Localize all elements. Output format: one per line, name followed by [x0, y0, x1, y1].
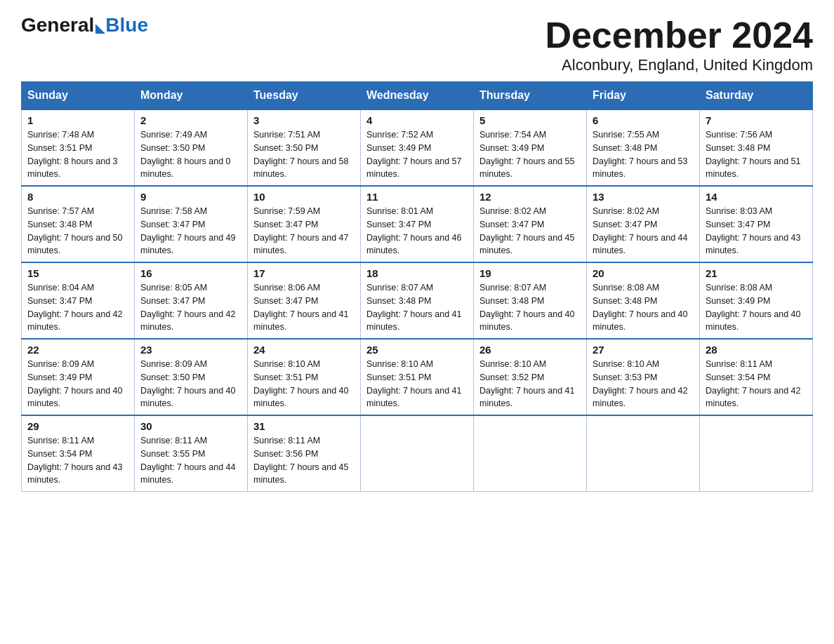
day-number: 4	[366, 114, 468, 126]
table-row: 15Sunrise: 8:04 AMSunset: 3:47 PMDayligh…	[22, 262, 135, 339]
title-block: December 2024 Alconbury, England, United…	[545, 14, 813, 74]
month-title: December 2024	[545, 14, 813, 56]
table-row: 13Sunrise: 8:02 AMSunset: 3:47 PMDayligh…	[587, 186, 700, 262]
logo-general-text: General	[21, 14, 94, 36]
day-info: Sunrise: 8:10 AMSunset: 3:52 PMDaylight:…	[479, 359, 575, 408]
logo-blue-text: Blue	[105, 14, 148, 36]
day-number: 5	[479, 114, 581, 126]
day-info: Sunrise: 8:02 AMSunset: 3:47 PMDaylight:…	[479, 206, 575, 255]
day-number: 3	[253, 114, 355, 126]
col-friday: Friday	[587, 82, 700, 110]
day-info: Sunrise: 8:09 AMSunset: 3:49 PMDaylight:…	[27, 359, 123, 408]
day-number: 12	[479, 191, 581, 203]
day-info: Sunrise: 8:11 AMSunset: 3:55 PMDaylight:…	[140, 436, 236, 485]
table-row: 16Sunrise: 8:05 AMSunset: 3:47 PMDayligh…	[135, 262, 248, 339]
day-info: Sunrise: 8:09 AMSunset: 3:50 PMDaylight:…	[140, 359, 236, 408]
table-row: 17Sunrise: 8:06 AMSunset: 3:47 PMDayligh…	[248, 262, 361, 339]
day-number: 22	[27, 344, 128, 356]
table-row	[700, 415, 813, 492]
table-row: 18Sunrise: 8:07 AMSunset: 3:48 PMDayligh…	[361, 262, 474, 339]
day-info: Sunrise: 8:05 AMSunset: 3:47 PMDaylight:…	[140, 283, 236, 332]
col-saturday: Saturday	[700, 82, 813, 110]
day-info: Sunrise: 8:03 AMSunset: 3:47 PMDaylight:…	[706, 206, 801, 255]
day-info: Sunrise: 7:49 AMSunset: 3:50 PMDaylight:…	[140, 130, 231, 179]
day-number: 11	[366, 191, 468, 203]
table-row: 24Sunrise: 8:10 AMSunset: 3:51 PMDayligh…	[248, 339, 361, 415]
day-number: 10	[253, 191, 355, 203]
table-row: 21Sunrise: 8:08 AMSunset: 3:49 PMDayligh…	[700, 262, 813, 339]
table-row: 30Sunrise: 8:11 AMSunset: 3:55 PMDayligh…	[135, 415, 248, 492]
day-info: Sunrise: 8:07 AMSunset: 3:48 PMDaylight:…	[366, 283, 462, 332]
day-number: 2	[140, 114, 241, 126]
day-info: Sunrise: 8:01 AMSunset: 3:47 PMDaylight:…	[366, 206, 462, 255]
calendar-table: Sunday Monday Tuesday Wednesday Thursday…	[21, 81, 813, 492]
day-info: Sunrise: 8:11 AMSunset: 3:54 PMDaylight:…	[706, 359, 801, 408]
table-row: 19Sunrise: 8:07 AMSunset: 3:48 PMDayligh…	[474, 262, 587, 339]
day-number: 19	[479, 267, 581, 279]
table-row: 26Sunrise: 8:10 AMSunset: 3:52 PMDayligh…	[474, 339, 587, 415]
day-number: 8	[27, 191, 128, 203]
day-info: Sunrise: 7:57 AMSunset: 3:48 PMDaylight:…	[27, 206, 123, 255]
day-number: 29	[27, 420, 128, 432]
location-text: Alconbury, England, United Kingdom	[545, 56, 813, 74]
day-info: Sunrise: 8:10 AMSunset: 3:51 PMDaylight:…	[366, 359, 462, 408]
day-info: Sunrise: 8:07 AMSunset: 3:48 PMDaylight:…	[479, 283, 575, 332]
day-number: 23	[140, 344, 241, 356]
day-info: Sunrise: 8:06 AMSunset: 3:47 PMDaylight:…	[253, 283, 349, 332]
day-number: 25	[366, 344, 468, 356]
table-row: 23Sunrise: 8:09 AMSunset: 3:50 PMDayligh…	[135, 339, 248, 415]
day-number: 15	[27, 267, 128, 279]
day-info: Sunrise: 8:10 AMSunset: 3:53 PMDaylight:…	[593, 359, 688, 408]
table-row: 1Sunrise: 7:48 AMSunset: 3:51 PMDaylight…	[22, 109, 135, 186]
day-info: Sunrise: 7:52 AMSunset: 3:49 PMDaylight:…	[366, 130, 462, 179]
logo-triangle-icon	[95, 24, 105, 34]
day-number: 14	[706, 191, 807, 203]
calendar-week-row: 29Sunrise: 8:11 AMSunset: 3:54 PMDayligh…	[22, 415, 813, 492]
calendar-header-row: Sunday Monday Tuesday Wednesday Thursday…	[22, 82, 813, 110]
day-number: 16	[140, 267, 241, 279]
col-monday: Monday	[135, 82, 248, 110]
day-number: 27	[593, 344, 694, 356]
table-row: 27Sunrise: 8:10 AMSunset: 3:53 PMDayligh…	[587, 339, 700, 415]
day-info: Sunrise: 8:02 AMSunset: 3:47 PMDaylight:…	[593, 206, 688, 255]
day-number: 21	[706, 267, 807, 279]
table-row: 5Sunrise: 7:54 AMSunset: 3:49 PMDaylight…	[474, 109, 587, 186]
calendar-week-row: 1Sunrise: 7:48 AMSunset: 3:51 PMDaylight…	[22, 109, 813, 186]
table-row: 4Sunrise: 7:52 AMSunset: 3:49 PMDaylight…	[361, 109, 474, 186]
day-info: Sunrise: 7:55 AMSunset: 3:48 PMDaylight:…	[593, 130, 688, 179]
day-number: 18	[366, 267, 468, 279]
day-info: Sunrise: 8:11 AMSunset: 3:54 PMDaylight:…	[27, 436, 123, 485]
day-number: 24	[253, 344, 355, 356]
table-row: 12Sunrise: 8:02 AMSunset: 3:47 PMDayligh…	[474, 186, 587, 262]
day-number: 28	[706, 344, 807, 356]
day-number: 31	[253, 420, 355, 432]
day-number: 20	[593, 267, 694, 279]
table-row: 3Sunrise: 7:51 AMSunset: 3:50 PMDaylight…	[248, 109, 361, 186]
table-row: 14Sunrise: 8:03 AMSunset: 3:47 PMDayligh…	[700, 186, 813, 262]
day-info: Sunrise: 7:48 AMSunset: 3:51 PMDaylight:…	[27, 130, 118, 179]
calendar-week-row: 15Sunrise: 8:04 AMSunset: 3:47 PMDayligh…	[22, 262, 813, 339]
day-number: 26	[479, 344, 581, 356]
day-number: 30	[140, 420, 241, 432]
calendar-week-row: 22Sunrise: 8:09 AMSunset: 3:49 PMDayligh…	[22, 339, 813, 415]
day-number: 13	[593, 191, 694, 203]
table-row: 25Sunrise: 8:10 AMSunset: 3:51 PMDayligh…	[361, 339, 474, 415]
col-thursday: Thursday	[474, 82, 587, 110]
table-row: 31Sunrise: 8:11 AMSunset: 3:56 PMDayligh…	[248, 415, 361, 492]
day-info: Sunrise: 7:58 AMSunset: 3:47 PMDaylight:…	[140, 206, 236, 255]
table-row: 20Sunrise: 8:08 AMSunset: 3:48 PMDayligh…	[587, 262, 700, 339]
day-info: Sunrise: 7:56 AMSunset: 3:48 PMDaylight:…	[706, 130, 801, 179]
day-number: 9	[140, 191, 241, 203]
day-info: Sunrise: 7:51 AMSunset: 3:50 PMDaylight:…	[253, 130, 349, 179]
day-number: 1	[27, 114, 128, 126]
col-tuesday: Tuesday	[248, 82, 361, 110]
table-row: 9Sunrise: 7:58 AMSunset: 3:47 PMDaylight…	[135, 186, 248, 262]
logo: General Blue	[21, 14, 148, 36]
day-info: Sunrise: 7:54 AMSunset: 3:49 PMDaylight:…	[479, 130, 575, 179]
day-info: Sunrise: 8:08 AMSunset: 3:48 PMDaylight:…	[593, 283, 688, 332]
page-header: General Blue December 2024 Alconbury, En…	[21, 14, 813, 74]
table-row	[474, 415, 587, 492]
table-row	[361, 415, 474, 492]
table-row: 8Sunrise: 7:57 AMSunset: 3:48 PMDaylight…	[22, 186, 135, 262]
table-row: 11Sunrise: 8:01 AMSunset: 3:47 PMDayligh…	[361, 186, 474, 262]
